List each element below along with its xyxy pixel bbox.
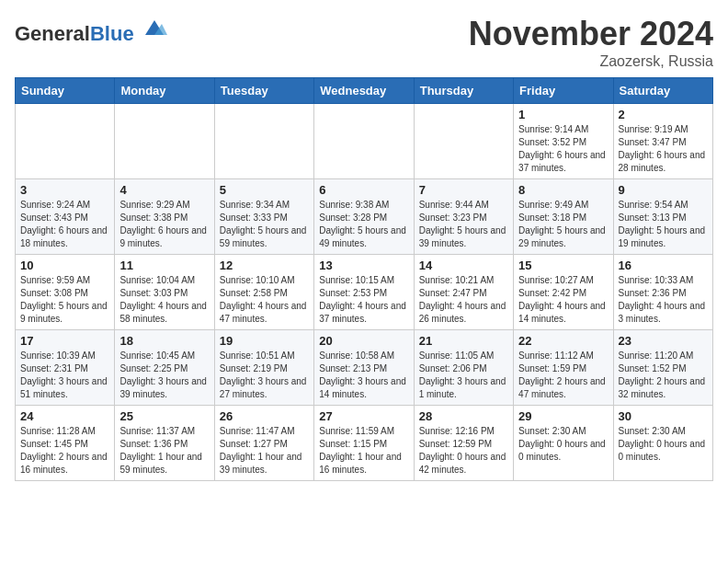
- day-cell: 26Sunrise: 11:47 AMSunset: 1:27 PMDaylig…: [214, 406, 313, 481]
- day-cell: 27Sunrise: 11:59 AMSunset: 1:15 PMDaylig…: [314, 406, 414, 481]
- day-info: Sunrise: 9:14 AMSunset: 3:52 PMDaylight:…: [518, 123, 608, 175]
- day-cell: 8Sunrise: 9:49 AMSunset: 3:18 PMDaylight…: [514, 179, 613, 255]
- day-info: Sunrise: 11:47 AMSunset: 1:27 PMDaylight…: [220, 425, 309, 477]
- weekday-header-friday: Friday: [514, 78, 613, 104]
- day-info: Sunrise: 11:20 AMSunset: 1:52 PMDaylight…: [619, 350, 708, 401]
- day-info: Sunrise: 9:59 AMSunset: 3:08 PMDaylight:…: [20, 274, 109, 326]
- day-number: 29: [518, 409, 608, 423]
- day-info: Sunrise: 9:34 AMSunset: 3:33 PMDaylight:…: [220, 199, 309, 250]
- day-number: 4: [119, 183, 209, 197]
- day-cell: 3Sunrise: 9:24 AMSunset: 3:43 PMDaylight…: [16, 179, 115, 255]
- day-number: 3: [20, 183, 109, 197]
- day-info: Sunrise: 10:39 AMSunset: 2:31 PMDaylight…: [20, 350, 109, 401]
- weekday-header-wednesday: Wednesday: [314, 78, 414, 104]
- day-number: 12: [220, 259, 309, 272]
- day-cell: 18Sunrise: 10:45 AMSunset: 2:25 PMDaylig…: [115, 330, 214, 406]
- day-cell: 30Sunset: 2:30 AMDaylight: 0 hours and 0…: [613, 406, 712, 481]
- day-cell: 22Sunrise: 11:12 AMSunset: 1:59 PMDaylig…: [514, 330, 613, 406]
- logo: GeneralBlue: [15, 15, 167, 45]
- weekday-header-sunday: Sunday: [16, 78, 115, 104]
- day-cell: 21Sunrise: 11:05 AMSunset: 2:06 PMDaylig…: [414, 330, 513, 406]
- day-number: 6: [319, 183, 408, 197]
- day-cell: 15Sunrise: 10:27 AMSunset: 2:42 PMDaylig…: [514, 255, 613, 330]
- day-number: 10: [20, 259, 109, 272]
- day-number: 16: [619, 259, 708, 272]
- day-info: Sunrise: 9:54 AMSunset: 3:13 PMDaylight:…: [619, 199, 708, 250]
- day-info: Sunrise: 12:16 PMSunset: 12:59 PMDayligh…: [419, 425, 508, 477]
- day-cell: 29Sunset: 2:30 AMDaylight: 0 hours and 0…: [514, 406, 613, 481]
- day-cell: [16, 104, 115, 179]
- day-number: 8: [518, 183, 608, 197]
- day-info: Sunrise: 10:58 AMSunset: 2:13 PMDaylight…: [319, 350, 408, 401]
- day-cell: 9Sunrise: 9:54 AMSunset: 3:13 PMDaylight…: [613, 179, 712, 255]
- week-row-5: 24Sunrise: 11:28 AMSunset: 1:45 PMDaylig…: [16, 406, 713, 481]
- day-number: 5: [220, 183, 309, 197]
- day-info: Sunrise: 10:15 AMSunset: 2:53 PMDaylight…: [319, 274, 408, 326]
- day-info: Sunrise: 10:45 AMSunset: 2:25 PMDaylight…: [119, 350, 209, 401]
- weekday-header-tuesday: Tuesday: [214, 78, 313, 104]
- day-cell: 23Sunrise: 11:20 AMSunset: 1:52 PMDaylig…: [613, 330, 712, 406]
- day-info: Sunrise: 11:05 AMSunset: 2:06 PMDaylight…: [419, 350, 508, 401]
- weekday-header-thursday: Thursday: [414, 78, 513, 104]
- month-title: November 2024: [469, 15, 713, 53]
- day-number: 28: [419, 409, 508, 423]
- day-cell: 19Sunrise: 10:51 AMSunset: 2:19 PMDaylig…: [214, 330, 313, 406]
- day-number: 14: [419, 259, 508, 272]
- day-info: Sunrise: 9:44 AMSunset: 3:23 PMDaylight:…: [419, 199, 508, 250]
- day-number: 23: [619, 334, 708, 348]
- day-info: Sunrise: 10:51 AMSunset: 2:19 PMDaylight…: [220, 350, 309, 401]
- day-info: Sunrise: 10:21 AMSunset: 2:47 PMDaylight…: [419, 274, 508, 326]
- day-cell: 11Sunrise: 10:04 AMSunset: 3:03 PMDaylig…: [115, 255, 214, 330]
- day-info: Sunrise: 10:27 AMSunset: 2:42 PMDaylight…: [518, 274, 608, 326]
- day-number: 26: [220, 409, 309, 423]
- day-cell: [314, 104, 414, 179]
- weekday-header-saturday: Saturday: [613, 78, 712, 104]
- day-info: Sunset: 2:30 AMDaylight: 0 hours and 0 m…: [619, 425, 708, 464]
- day-info: Sunrise: 10:10 AMSunset: 2:58 PMDaylight…: [220, 274, 309, 326]
- day-number: 18: [119, 334, 209, 348]
- weekday-header-row: SundayMondayTuesdayWednesdayThursdayFrid…: [16, 78, 713, 104]
- day-number: 22: [518, 334, 608, 348]
- day-info: Sunrise: 9:29 AMSunset: 3:38 PMDaylight:…: [119, 199, 209, 250]
- day-cell: 12Sunrise: 10:10 AMSunset: 2:58 PMDaylig…: [214, 255, 313, 330]
- day-info: Sunrise: 11:12 AMSunset: 1:59 PMDaylight…: [518, 350, 608, 401]
- day-number: 21: [419, 334, 508, 348]
- day-info: Sunrise: 11:37 AMSunset: 1:36 PMDaylight…: [119, 425, 209, 477]
- day-number: 2: [619, 108, 708, 121]
- day-cell: 14Sunrise: 10:21 AMSunset: 2:47 PMDaylig…: [414, 255, 513, 330]
- day-cell: 24Sunrise: 11:28 AMSunset: 1:45 PMDaylig…: [16, 406, 115, 481]
- page-header: GeneralBlue November 2024 Zaozersk, Russ…: [15, 15, 713, 70]
- day-cell: [115, 104, 214, 179]
- day-cell: 20Sunrise: 10:58 AMSunset: 2:13 PMDaylig…: [314, 330, 414, 406]
- day-number: 11: [119, 259, 209, 272]
- day-number: 17: [20, 334, 109, 348]
- week-row-2: 3Sunrise: 9:24 AMSunset: 3:43 PMDaylight…: [16, 179, 713, 255]
- calendar-table: SundayMondayTuesdayWednesdayThursdayFrid…: [15, 77, 713, 481]
- day-info: Sunrise: 9:24 AMSunset: 3:43 PMDaylight:…: [20, 199, 109, 250]
- logo-icon: [142, 15, 167, 40]
- day-info: Sunset: 2:30 AMDaylight: 0 hours and 0 m…: [518, 425, 608, 464]
- day-number: 20: [319, 334, 408, 348]
- location: Zaozersk, Russia: [469, 53, 713, 70]
- day-number: 9: [619, 183, 708, 197]
- day-number: 19: [220, 334, 309, 348]
- day-cell: 4Sunrise: 9:29 AMSunset: 3:38 PMDaylight…: [115, 179, 214, 255]
- day-cell: 5Sunrise: 9:34 AMSunset: 3:33 PMDaylight…: [214, 179, 313, 255]
- day-cell: 7Sunrise: 9:44 AMSunset: 3:23 PMDaylight…: [414, 179, 513, 255]
- day-number: 24: [20, 409, 109, 423]
- day-number: 25: [119, 409, 209, 423]
- day-number: 30: [619, 409, 708, 423]
- week-row-4: 17Sunrise: 10:39 AMSunset: 2:31 PMDaylig…: [16, 330, 713, 406]
- day-number: 7: [419, 183, 508, 197]
- day-cell: 13Sunrise: 10:15 AMSunset: 2:53 PMDaylig…: [314, 255, 414, 330]
- week-row-1: 1Sunrise: 9:14 AMSunset: 3:52 PMDaylight…: [16, 104, 713, 179]
- day-info: Sunrise: 10:33 AMSunset: 2:36 PMDaylight…: [619, 274, 708, 326]
- day-number: 15: [518, 259, 608, 272]
- day-cell: 28Sunrise: 12:16 PMSunset: 12:59 PMDayli…: [414, 406, 513, 481]
- day-info: Sunrise: 9:49 AMSunset: 3:18 PMDaylight:…: [518, 199, 608, 250]
- day-cell: [214, 104, 313, 179]
- day-cell: 25Sunrise: 11:37 AMSunset: 1:36 PMDaylig…: [115, 406, 214, 481]
- day-cell: 6Sunrise: 9:38 AMSunset: 3:28 PMDaylight…: [314, 179, 414, 255]
- day-info: Sunrise: 11:28 AMSunset: 1:45 PMDaylight…: [20, 425, 109, 477]
- week-row-3: 10Sunrise: 9:59 AMSunset: 3:08 PMDayligh…: [16, 255, 713, 330]
